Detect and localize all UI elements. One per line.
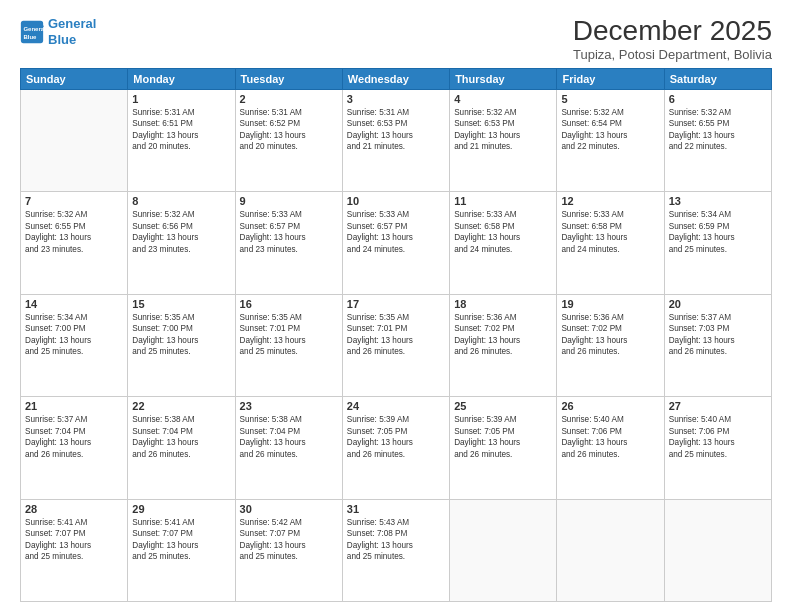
day-number: 4 xyxy=(454,93,552,105)
table-row: 28Sunrise: 5:41 AM Sunset: 7:07 PM Dayli… xyxy=(21,499,128,601)
logo-text: General Blue xyxy=(48,16,96,47)
day-number: 12 xyxy=(561,195,659,207)
table-row: 5Sunrise: 5:32 AM Sunset: 6:54 PM Daylig… xyxy=(557,89,664,191)
day-info: Sunrise: 5:36 AM Sunset: 7:02 PM Dayligh… xyxy=(454,312,552,358)
table-row: 3Sunrise: 5:31 AM Sunset: 6:53 PM Daylig… xyxy=(342,89,449,191)
logo-line2: Blue xyxy=(48,32,76,47)
day-info: Sunrise: 5:31 AM Sunset: 6:53 PM Dayligh… xyxy=(347,107,445,153)
day-info: Sunrise: 5:32 AM Sunset: 6:54 PM Dayligh… xyxy=(561,107,659,153)
day-number: 24 xyxy=(347,400,445,412)
day-number: 26 xyxy=(561,400,659,412)
title-block: December 2025 Tupiza, Potosi Department,… xyxy=(573,16,772,62)
day-number: 10 xyxy=(347,195,445,207)
day-info: Sunrise: 5:43 AM Sunset: 7:08 PM Dayligh… xyxy=(347,517,445,563)
day-number: 3 xyxy=(347,93,445,105)
day-info: Sunrise: 5:32 AM Sunset: 6:56 PM Dayligh… xyxy=(132,209,230,255)
day-info: Sunrise: 5:31 AM Sunset: 6:51 PM Dayligh… xyxy=(132,107,230,153)
day-number: 9 xyxy=(240,195,338,207)
day-number: 22 xyxy=(132,400,230,412)
day-number: 7 xyxy=(25,195,123,207)
col-sunday: Sunday xyxy=(21,68,128,89)
calendar-row: 21Sunrise: 5:37 AM Sunset: 7:04 PM Dayli… xyxy=(21,397,772,499)
table-row: 17Sunrise: 5:35 AM Sunset: 7:01 PM Dayli… xyxy=(342,294,449,396)
table-row: 20Sunrise: 5:37 AM Sunset: 7:03 PM Dayli… xyxy=(664,294,771,396)
day-number: 8 xyxy=(132,195,230,207)
day-number: 13 xyxy=(669,195,767,207)
table-row: 19Sunrise: 5:36 AM Sunset: 7:02 PM Dayli… xyxy=(557,294,664,396)
day-info: Sunrise: 5:38 AM Sunset: 7:04 PM Dayligh… xyxy=(132,414,230,460)
calendar-header-row: Sunday Monday Tuesday Wednesday Thursday… xyxy=(21,68,772,89)
day-number: 11 xyxy=(454,195,552,207)
header: General Blue General Blue December 2025 … xyxy=(20,16,772,62)
table-row: 23Sunrise: 5:38 AM Sunset: 7:04 PM Dayli… xyxy=(235,397,342,499)
day-info: Sunrise: 5:35 AM Sunset: 7:01 PM Dayligh… xyxy=(347,312,445,358)
logo: General Blue General Blue xyxy=(20,16,96,47)
day-info: Sunrise: 5:42 AM Sunset: 7:07 PM Dayligh… xyxy=(240,517,338,563)
logo-icon: General Blue xyxy=(20,20,44,44)
day-number: 31 xyxy=(347,503,445,515)
month-year: December 2025 xyxy=(573,16,772,47)
day-info: Sunrise: 5:32 AM Sunset: 6:55 PM Dayligh… xyxy=(25,209,123,255)
col-saturday: Saturday xyxy=(664,68,771,89)
table-row: 11Sunrise: 5:33 AM Sunset: 6:58 PM Dayli… xyxy=(450,192,557,294)
table-row: 12Sunrise: 5:33 AM Sunset: 6:58 PM Dayli… xyxy=(557,192,664,294)
day-info: Sunrise: 5:39 AM Sunset: 7:05 PM Dayligh… xyxy=(454,414,552,460)
day-info: Sunrise: 5:33 AM Sunset: 6:58 PM Dayligh… xyxy=(454,209,552,255)
col-wednesday: Wednesday xyxy=(342,68,449,89)
day-info: Sunrise: 5:36 AM Sunset: 7:02 PM Dayligh… xyxy=(561,312,659,358)
day-number: 17 xyxy=(347,298,445,310)
calendar-row: 14Sunrise: 5:34 AM Sunset: 7:00 PM Dayli… xyxy=(21,294,772,396)
day-info: Sunrise: 5:33 AM Sunset: 6:58 PM Dayligh… xyxy=(561,209,659,255)
table-row: 1Sunrise: 5:31 AM Sunset: 6:51 PM Daylig… xyxy=(128,89,235,191)
day-number: 25 xyxy=(454,400,552,412)
table-row: 25Sunrise: 5:39 AM Sunset: 7:05 PM Dayli… xyxy=(450,397,557,499)
day-info: Sunrise: 5:33 AM Sunset: 6:57 PM Dayligh… xyxy=(347,209,445,255)
table-row: 29Sunrise: 5:41 AM Sunset: 7:07 PM Dayli… xyxy=(128,499,235,601)
calendar-page: General Blue General Blue December 2025 … xyxy=(0,0,792,612)
day-info: Sunrise: 5:39 AM Sunset: 7:05 PM Dayligh… xyxy=(347,414,445,460)
table-row xyxy=(21,89,128,191)
col-tuesday: Tuesday xyxy=(235,68,342,89)
table-row: 15Sunrise: 5:35 AM Sunset: 7:00 PM Dayli… xyxy=(128,294,235,396)
day-number: 21 xyxy=(25,400,123,412)
day-info: Sunrise: 5:38 AM Sunset: 7:04 PM Dayligh… xyxy=(240,414,338,460)
table-row: 27Sunrise: 5:40 AM Sunset: 7:06 PM Dayli… xyxy=(664,397,771,499)
day-info: Sunrise: 5:37 AM Sunset: 7:04 PM Dayligh… xyxy=(25,414,123,460)
table-row xyxy=(450,499,557,601)
table-row: 13Sunrise: 5:34 AM Sunset: 6:59 PM Dayli… xyxy=(664,192,771,294)
table-row xyxy=(664,499,771,601)
day-number: 19 xyxy=(561,298,659,310)
table-row: 4Sunrise: 5:32 AM Sunset: 6:53 PM Daylig… xyxy=(450,89,557,191)
table-row: 8Sunrise: 5:32 AM Sunset: 6:56 PM Daylig… xyxy=(128,192,235,294)
table-row: 24Sunrise: 5:39 AM Sunset: 7:05 PM Dayli… xyxy=(342,397,449,499)
day-number: 23 xyxy=(240,400,338,412)
day-number: 27 xyxy=(669,400,767,412)
calendar-row: 28Sunrise: 5:41 AM Sunset: 7:07 PM Dayli… xyxy=(21,499,772,601)
table-row: 18Sunrise: 5:36 AM Sunset: 7:02 PM Dayli… xyxy=(450,294,557,396)
svg-text:General: General xyxy=(23,26,44,32)
table-row xyxy=(557,499,664,601)
day-info: Sunrise: 5:41 AM Sunset: 7:07 PM Dayligh… xyxy=(132,517,230,563)
day-info: Sunrise: 5:31 AM Sunset: 6:52 PM Dayligh… xyxy=(240,107,338,153)
table-row: 22Sunrise: 5:38 AM Sunset: 7:04 PM Dayli… xyxy=(128,397,235,499)
day-number: 5 xyxy=(561,93,659,105)
svg-text:Blue: Blue xyxy=(23,33,37,39)
logo-line1: General xyxy=(48,16,96,31)
day-number: 16 xyxy=(240,298,338,310)
table-row: 30Sunrise: 5:42 AM Sunset: 7:07 PM Dayli… xyxy=(235,499,342,601)
table-row: 31Sunrise: 5:43 AM Sunset: 7:08 PM Dayli… xyxy=(342,499,449,601)
calendar-table: Sunday Monday Tuesday Wednesday Thursday… xyxy=(20,68,772,602)
day-info: Sunrise: 5:34 AM Sunset: 6:59 PM Dayligh… xyxy=(669,209,767,255)
day-info: Sunrise: 5:32 AM Sunset: 6:53 PM Dayligh… xyxy=(454,107,552,153)
day-info: Sunrise: 5:35 AM Sunset: 7:00 PM Dayligh… xyxy=(132,312,230,358)
col-thursday: Thursday xyxy=(450,68,557,89)
table-row: 2Sunrise: 5:31 AM Sunset: 6:52 PM Daylig… xyxy=(235,89,342,191)
day-number: 14 xyxy=(25,298,123,310)
day-info: Sunrise: 5:34 AM Sunset: 7:00 PM Dayligh… xyxy=(25,312,123,358)
col-friday: Friday xyxy=(557,68,664,89)
day-info: Sunrise: 5:40 AM Sunset: 7:06 PM Dayligh… xyxy=(561,414,659,460)
day-info: Sunrise: 5:40 AM Sunset: 7:06 PM Dayligh… xyxy=(669,414,767,460)
table-row: 6Sunrise: 5:32 AM Sunset: 6:55 PM Daylig… xyxy=(664,89,771,191)
day-number: 28 xyxy=(25,503,123,515)
day-info: Sunrise: 5:35 AM Sunset: 7:01 PM Dayligh… xyxy=(240,312,338,358)
